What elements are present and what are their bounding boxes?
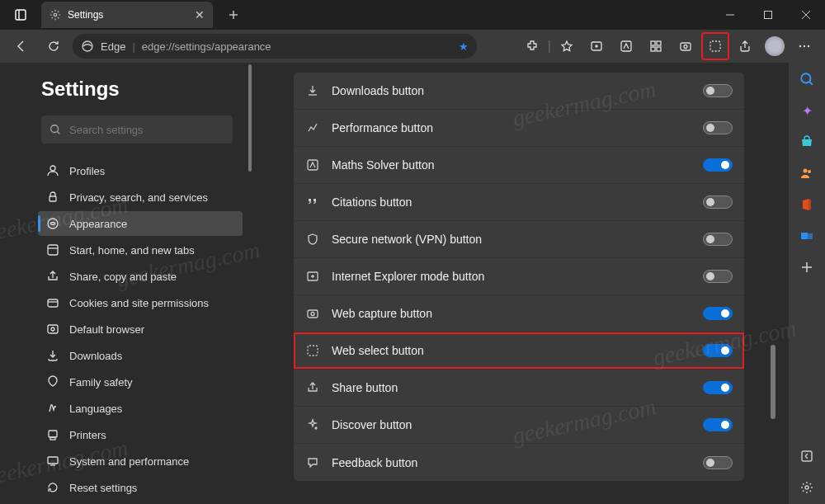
nav-item-label: Start, home, and new tabs: [69, 244, 195, 257]
search-icon: [50, 124, 61, 135]
nav-item-icon: [46, 349, 59, 362]
sidebar-item-share-copy-and-paste[interactable]: Share, copy and paste: [38, 264, 243, 289]
sidebar-item-cookies-and-site-permissions[interactable]: Cookies and site permissions: [38, 290, 243, 315]
sidebar-item-languages[interactable]: Languages: [38, 396, 243, 421]
toggle-switch[interactable]: [703, 195, 733, 209]
web-select-icon[interactable]: [701, 32, 729, 60]
tab-close-button[interactable]: ✕: [195, 8, 205, 21]
sidebar-settings-icon[interactable]: [797, 478, 817, 497]
sidebar-search-icon[interactable]: [797, 69, 817, 89]
svg-rect-48: [308, 346, 318, 356]
nav-item-icon: [46, 164, 59, 177]
svg-rect-35: [49, 431, 57, 437]
sidebar-item-privacy-search-and-services[interactable]: Privacy, search, and services: [38, 185, 243, 210]
nav-item-label: Family safety: [69, 376, 133, 389]
toggle-switch[interactable]: [703, 84, 733, 97]
settings-search[interactable]: [41, 115, 233, 144]
refresh-button[interactable]: [40, 32, 68, 60]
maximize-button[interactable]: [749, 0, 787, 30]
favorite-star-icon[interactable]: ★: [459, 40, 469, 53]
row-icon: [305, 306, 320, 321]
sidebar-item-downloads[interactable]: Downloads: [38, 343, 243, 368]
row-icon: [305, 232, 320, 247]
toggle-switch[interactable]: [703, 121, 733, 134]
sidebar-scrollbar[interactable]: [248, 63, 252, 504]
toolbar: Edge | edge://settings/appearance ★ |: [0, 30, 825, 63]
math-solver-icon[interactable]: [612, 32, 640, 60]
svg-point-23: [808, 45, 809, 47]
share-icon[interactable]: [731, 32, 759, 60]
row-icon: [305, 83, 320, 98]
svg-point-47: [311, 313, 314, 316]
svg-point-58: [805, 486, 808, 489]
search-input[interactable]: [69, 124, 224, 136]
close-window-button[interactable]: [787, 0, 825, 30]
sidebar-item-start-home-and-new-tabs[interactable]: Start, home, and new tabs: [38, 238, 243, 262]
settings-row-feedback-button: Feedback button: [294, 444, 744, 481]
nav-item-icon: [46, 428, 59, 441]
settings-row-secure-network-vpn-button: Secure network (VPN) button: [294, 221, 744, 258]
sidebar-item-reset-settings[interactable]: Reset settings: [38, 475, 243, 500]
settings-row-internet-explorer-mode-button: Internet Explorer mode button: [294, 258, 744, 295]
toggle-switch[interactable]: [703, 344, 733, 357]
sidebar-shopping-icon[interactable]: [797, 132, 817, 152]
settings-row-downloads-button: Downloads button: [294, 73, 744, 110]
apps-icon[interactable]: [642, 32, 670, 60]
nav-item-icon: [46, 402, 59, 415]
tab-actions-button[interactable]: [7, 1, 35, 29]
nav-item-icon: [46, 217, 59, 230]
row-label: Share button: [332, 381, 691, 394]
toggle-switch[interactable]: [703, 381, 733, 394]
more-menu-button[interactable]: [790, 32, 818, 60]
settings-row-share-button: Share button: [294, 370, 744, 407]
row-label: Secure network (VPN) button: [332, 233, 691, 246]
toggle-switch[interactable]: [703, 418, 733, 431]
new-tab-button[interactable]: [221, 2, 246, 27]
sidebar-discover-icon[interactable]: ✦: [797, 101, 817, 120]
settings-row-web-select-button: Web select button: [294, 332, 744, 370]
toggle-switch[interactable]: [703, 158, 733, 172]
sidebar-item-profiles[interactable]: Profiles: [38, 158, 243, 183]
sidebar-item-family-safety[interactable]: Family safety: [38, 370, 243, 394]
svg-rect-46: [308, 310, 318, 318]
svg-rect-31: [48, 299, 58, 307]
svg-rect-54: [801, 233, 808, 239]
svg-point-26: [50, 166, 55, 171]
sidebar-item-system-and-performance[interactable]: System and performance: [38, 449, 243, 473]
sidebar-outlook-icon[interactable]: [797, 226, 817, 246]
svg-rect-6: [765, 12, 772, 19]
back-button[interactable]: [7, 32, 35, 60]
svg-point-28: [48, 219, 58, 228]
nav-item-label: Downloads: [69, 350, 122, 362]
settings-list: Downloads buttonPerformance buttonMaths …: [294, 73, 744, 496]
collections-icon[interactable]: [582, 32, 610, 60]
minimize-button[interactable]: [711, 0, 749, 30]
sidebar-item-appearance[interactable]: Appearance: [38, 211, 243, 236]
favorites-icon[interactable]: [553, 32, 581, 60]
svg-rect-20: [710, 41, 720, 51]
toggle-switch[interactable]: [703, 456, 733, 469]
svg-rect-29: [48, 245, 58, 255]
toggle-switch[interactable]: [703, 307, 733, 320]
svg-point-50: [801, 73, 810, 82]
browser-tab[interactable]: Settings ✕: [41, 2, 213, 28]
sidebar-item-default-browser[interactable]: Default browser: [38, 317, 243, 341]
toggle-switch[interactable]: [703, 233, 733, 246]
title-bar: Settings ✕: [0, 0, 825, 30]
main-scrollbar[interactable]: [769, 73, 776, 496]
sidebar-collapse-icon[interactable]: [797, 446, 817, 466]
row-icon: [305, 158, 320, 172]
sidebar-people-icon[interactable]: [797, 163, 817, 183]
sidebar-item-printers[interactable]: Printers: [38, 422, 243, 447]
profile-avatar[interactable]: [761, 32, 789, 60]
address-separator: |: [132, 40, 134, 53]
tab-title: Settings: [68, 9, 188, 21]
sidebar-office-icon[interactable]: [797, 195, 817, 214]
address-bar[interactable]: Edge | edge://settings/appearance ★: [73, 34, 477, 59]
web-capture-icon[interactable]: [672, 32, 700, 60]
svg-point-52: [804, 169, 808, 173]
extensions-icon[interactable]: [518, 32, 546, 60]
toggle-switch[interactable]: [703, 270, 733, 283]
sidebar-add-icon[interactable]: [797, 257, 817, 277]
row-icon: [305, 269, 320, 284]
